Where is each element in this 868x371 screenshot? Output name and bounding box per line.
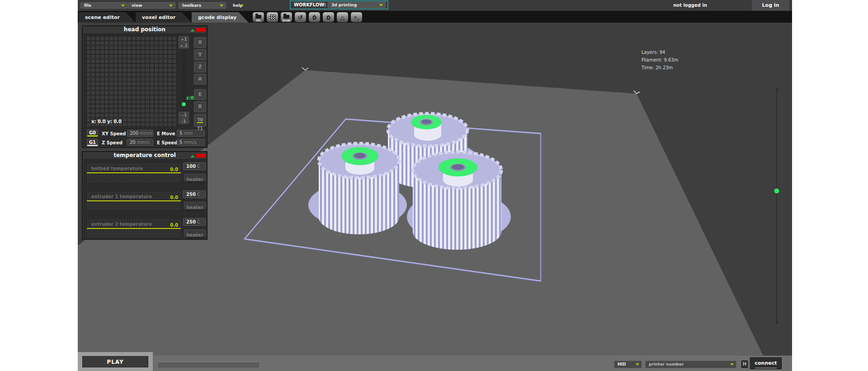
extruder2-setpoint-input[interactable]: 250 C (183, 218, 206, 226)
hotbed-setpoint: 100 (186, 164, 196, 169)
z-minus-01-button[interactable]: -.1 (179, 112, 189, 118)
collapse-triangle-icon[interactable] (190, 155, 195, 157)
auth-status: not logged in (673, 0, 707, 11)
hotbed-unit: C (197, 164, 200, 169)
home-z-button[interactable]: Z (194, 62, 206, 72)
close-bar-icon[interactable] (196, 154, 205, 157)
temperature-trace-line (87, 200, 181, 201)
login-button[interactable]: Log in (752, 0, 789, 11)
hid-device-button[interactable]: H (741, 360, 749, 369)
undo-rotate-button[interactable]: ↺ (294, 12, 307, 23)
toolbar-icon-row: STL Gcode ↺ ▾ D ▴ D △ (252, 12, 363, 23)
menu-view[interactable]: view (128, 2, 175, 9)
play-button[interactable]: PLAY (82, 356, 148, 367)
chevron-down-icon (169, 5, 173, 7)
chevron-down-icon (121, 5, 125, 7)
d-glyph-icon: D (312, 16, 316, 20)
temperature-header: temperature control (83, 152, 207, 160)
z-speed-value: 20 (130, 140, 136, 145)
close-bar-icon[interactable] (196, 28, 205, 32)
z-value-label: z:0 (186, 95, 194, 100)
g0-mode-button[interactable]: G0 (87, 129, 98, 137)
z-plus-01-button[interactable]: +.1 (179, 43, 189, 48)
export-d-up-button[interactable]: ▴ D (322, 12, 335, 23)
workflow-group: WORKFLOW: 3d printing (290, 0, 388, 10)
hid-value: HID (618, 362, 626, 366)
extrude-button[interactable]: E (194, 89, 206, 100)
e-speed-unit: mm/s (184, 140, 197, 145)
e-move-label: E Move (157, 131, 175, 136)
collapse-triangle-icon[interactable] (190, 29, 195, 32)
temperature-trace-line (87, 172, 181, 173)
workflow-label: WORKFLOW: (294, 2, 326, 7)
z-speed-unit: mm/s (137, 140, 150, 145)
tool-toggle-button[interactable]: T0 T1 (194, 114, 206, 127)
extruder1-temperature-graph: extruder 1 temperature 0.0 (86, 190, 181, 210)
e-move-value: 5 (179, 131, 182, 136)
home-all-button[interactable]: A (194, 74, 206, 85)
menu-bar: file view toolbars help WORKFLOW: 3d pri… (78, 0, 792, 11)
extruder1-heater-button[interactable]: heater (184, 202, 206, 209)
terminal-prompt-icon: >_ (354, 15, 359, 19)
extruder1-label: extruder 1 temperature (91, 194, 152, 199)
calibration-checker-button[interactable] (266, 12, 278, 23)
hotbed-setpoint-input[interactable]: 100 C (183, 162, 206, 170)
xy-speed-input[interactable]: 200 mm/s (127, 130, 153, 137)
tab-voxel-editor[interactable]: voxel editor (136, 12, 192, 23)
menu-view-label: view (132, 3, 142, 8)
e-speed-input[interactable]: 5 mm/s (177, 139, 205, 146)
gcode-label: Gcode (281, 19, 292, 22)
extruder2-unit: C (197, 219, 200, 224)
export-d-down-button[interactable]: ▾ D (308, 12, 321, 23)
e-move-unit: mm (184, 131, 193, 136)
tab-scene-editor[interactable]: scene editor (79, 12, 136, 23)
connect-button[interactable]: connect (750, 357, 782, 369)
extruder2-label: extruder 2 temperature (91, 222, 152, 227)
temperature-control-panel: temperature control hotbed temperature 0… (82, 151, 208, 240)
panel-title: head position (124, 26, 165, 33)
hotbed-heater-button[interactable]: heater (184, 174, 206, 181)
z-slider-handle[interactable] (182, 102, 186, 106)
hid-device-icon: H (743, 361, 746, 366)
tab-gcode-display[interactable]: gcode display (192, 12, 249, 23)
chevron-down-icon (636, 363, 639, 366)
console-button[interactable]: >_ (350, 12, 363, 23)
g1-mode-button[interactable]: G1 (87, 139, 98, 146)
extruder2-heater-button[interactable]: heater (184, 229, 206, 237)
home-y-button[interactable]: Y (194, 49, 206, 60)
stat-filament: Filament: 9.63m (642, 56, 678, 64)
menu-toolbars[interactable]: toolbars (179, 2, 226, 9)
xy-coordinates: x: 0.0 y: 0.0 (91, 119, 122, 124)
retract-button[interactable]: R (194, 101, 206, 112)
render-triangle-button[interactable]: △ (336, 12, 349, 23)
z-minus-1-button[interactable]: -1 (179, 118, 189, 124)
transport-bar: PLAY HID printer number H connect (78, 356, 792, 371)
temperature-trace-line (87, 228, 181, 229)
open-stl-button[interactable]: STL (252, 12, 264, 23)
extruder1-setpoint-input[interactable]: 250 C (183, 190, 206, 198)
menu-file[interactable]: file (80, 2, 127, 9)
open-gcode-button[interactable]: Gcode (280, 12, 292, 23)
undo-rotate-icon: ↺ (298, 14, 303, 20)
z-speed-input[interactable]: 20 mm/s (127, 139, 153, 146)
z-plus-1-button[interactable]: +1 (179, 36, 189, 42)
e-speed-label: E Speed (157, 140, 177, 145)
application-window: file view toolbars help WORKFLOW: 3d pri… (78, 0, 792, 371)
workflow-select[interactable]: 3d printing (328, 2, 386, 8)
chevron-down-icon (379, 4, 383, 6)
head-position-panel: head position x: 0.0 y: 0.0 +1 +.1 z:0 -… (82, 25, 208, 148)
gear-left (308, 143, 407, 234)
stat-time: Time: 2h 23m (642, 64, 678, 71)
chevron-down-icon (730, 363, 734, 366)
e-move-input[interactable]: 5 mm (177, 130, 205, 137)
layer-slider-handle (774, 189, 779, 194)
menu-help[interactable]: help (229, 2, 246, 9)
hid-select[interactable]: HID (614, 361, 642, 368)
xy-position-pad[interactable]: x: 0.0 y: 0.0 (86, 35, 177, 127)
heater-label: heater (186, 205, 203, 211)
printer-number-select[interactable]: printer number (645, 361, 736, 368)
extruder2-setpoint: 250 (186, 219, 196, 224)
home-x-button[interactable]: X (194, 37, 206, 48)
print-progress-bar (158, 363, 259, 367)
head-position-header: head position (83, 26, 207, 34)
